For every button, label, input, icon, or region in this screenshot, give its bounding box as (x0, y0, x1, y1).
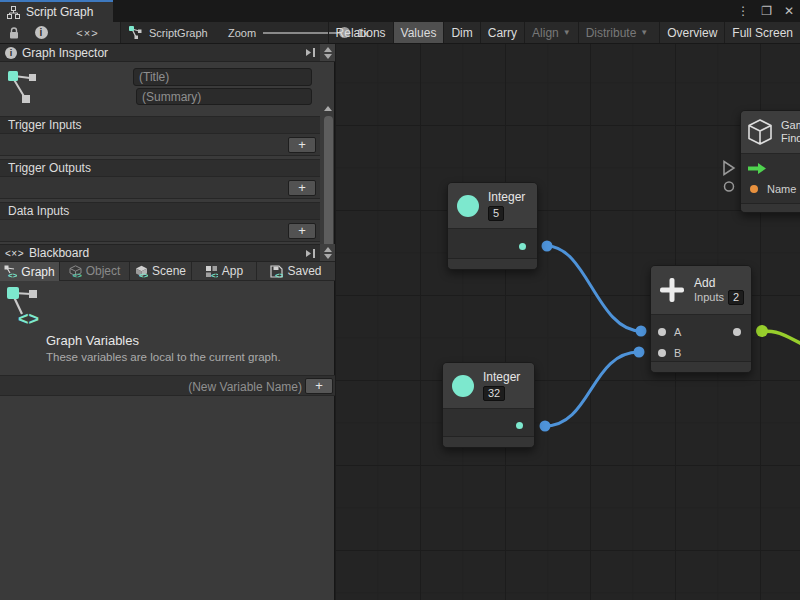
unit-button[interactable]: <×> (55, 22, 121, 43)
add-trigger-output-button[interactable]: + (288, 180, 316, 196)
saved-tab-icon: <> (270, 265, 283, 278)
scrollbar-up-icon[interactable] (324, 106, 332, 111)
tab-scene[interactable]: <> Scene (130, 262, 192, 281)
integer-value-field[interactable]: 32 (483, 386, 505, 401)
section-trigger-inputs: Trigger Inputs (0, 116, 320, 134)
trigger-inputs-row: + (0, 134, 320, 156)
node-gameobject-find[interactable]: Game Object Find Name (740, 110, 800, 213)
node-footer (448, 258, 537, 269)
tab-script-graph[interactable]: Script Graph (0, 0, 113, 22)
output-port-sum[interactable] (733, 328, 741, 336)
graph-variables-icon: <> (7, 285, 41, 327)
blackboard-icon: <×> (5, 248, 24, 259)
add-trigger-input-button[interactable]: + (288, 137, 316, 153)
blackboard-header: <×> Blackboard (0, 244, 320, 262)
blackboard-scroll-stepper[interactable] (320, 244, 335, 262)
node-footer (741, 203, 800, 212)
tab-object[interactable]: <> Object (60, 262, 130, 281)
toolbar-buttons: Relations Values Dim Carry Align ▼ Distr… (328, 22, 800, 43)
carry-button[interactable]: Carry (480, 22, 524, 43)
input-port-b[interactable] (658, 349, 666, 357)
blackboard-dock-button[interactable] (305, 248, 316, 259)
section-data-inputs: Data Inputs (0, 202, 320, 220)
tab-graph[interactable]: <> Graph (0, 262, 60, 281)
add-variable-button[interactable]: + (305, 378, 333, 394)
values-button[interactable]: Values (393, 22, 444, 43)
dock-icon (305, 248, 316, 259)
tab-app[interactable]: <> App (192, 262, 257, 281)
integer-value-field[interactable]: 5 (488, 206, 504, 221)
integer-icon (457, 195, 479, 217)
scroll-down-icon (324, 54, 332, 59)
add-plus-icon (658, 276, 686, 304)
window-menu-icon[interactable]: ⋮ (737, 4, 749, 18)
svg-text:<>: <> (72, 271, 82, 278)
distribute-dropdown[interactable]: Distribute ▼ (578, 22, 656, 43)
overview-button[interactable]: Overview (659, 22, 724, 43)
graph-inspector-header: i Graph Inspector (0, 44, 320, 62)
data-inputs-row: + (0, 220, 320, 242)
lock-icon (8, 26, 20, 40)
inputs-label: Inputs (694, 291, 724, 303)
port-a-label: A (674, 326, 681, 338)
align-dropdown[interactable]: Align ▼ (524, 22, 578, 43)
integer-output-port[interactable] (516, 422, 523, 429)
name-input-port[interactable] (750, 185, 758, 193)
node-add[interactable]: Add Inputs 2 A B (650, 265, 752, 373)
value-port-marker (725, 182, 734, 191)
node-subtitle: Game Object (781, 119, 800, 132)
input-port-a[interactable] (658, 328, 666, 336)
add-data-input-button[interactable]: + (288, 223, 316, 239)
graph-name: ScriptGraph (149, 27, 208, 39)
inputs-count-field[interactable]: 2 (728, 290, 744, 305)
script-graph-icon (7, 6, 20, 19)
port-b-label: B (674, 347, 681, 359)
window-tab-bar: Script Graph ⋮ ❐ ✕ (0, 0, 800, 22)
app-tab-icon: <> (205, 265, 218, 278)
svg-text:<>: <> (275, 270, 283, 278)
scroll-up-icon (324, 247, 332, 252)
zoom-label: Zoom (228, 22, 256, 43)
name-port-label: Name (767, 183, 796, 195)
node-footer (651, 361, 751, 372)
trigger-outputs-row: + (0, 177, 320, 199)
unit-icon: <×> (76, 27, 98, 39)
sidebar: i Graph Inspector Trigger Inputs + Tri (0, 44, 335, 600)
node-integer-32[interactable]: Integer 32 (442, 362, 535, 448)
title-field[interactable] (133, 68, 312, 86)
node-integer-5[interactable]: Integer 5 (447, 182, 538, 270)
window-close-icon[interactable]: ✕ (784, 4, 794, 18)
graph-node-icon (8, 68, 38, 108)
summary-field[interactable] (136, 88, 312, 105)
svg-text:<>: <> (18, 309, 39, 327)
fullscreen-button[interactable]: Full Screen (724, 22, 800, 43)
node-title: Integer (483, 370, 520, 384)
trigger-input-port[interactable] (748, 163, 766, 174)
tab-saved[interactable]: <> Saved (257, 262, 335, 281)
node-title: Integer (488, 190, 525, 204)
relations-button[interactable]: Relations (328, 22, 393, 43)
section-trigger-outputs: Trigger Outputs (0, 159, 320, 177)
inspector-scroll-stepper[interactable] (320, 44, 335, 62)
align-caret-icon: ▼ (563, 28, 571, 37)
node-title: Add (694, 276, 715, 290)
window-maximize-icon[interactable]: ❐ (761, 4, 772, 18)
svg-text:<>: <> (139, 271, 148, 278)
inspector-info-icon: i (5, 47, 17, 59)
info-button[interactable]: i (27, 22, 56, 43)
svg-text:<>: <> (8, 271, 17, 279)
script-graph-window: Script Graph ⋮ ❐ ✕ i <×> (0, 0, 800, 600)
lock-button[interactable] (0, 22, 28, 43)
node-footer (443, 436, 534, 447)
graph-breadcrumb[interactable]: ScriptGraph (128, 22, 208, 43)
graph-canvas[interactable]: Integer 5 Integer 32 (335, 44, 800, 600)
svg-text:<>: <> (211, 271, 218, 278)
inspector-dock-button[interactable] (305, 47, 316, 58)
scene-tab-icon: <> (135, 265, 148, 278)
wire-integer32-to-b (545, 352, 639, 426)
gameobject-cube-icon (747, 118, 773, 146)
new-variable-input[interactable] (6, 377, 304, 396)
integer-output-port[interactable] (519, 243, 526, 250)
dim-button[interactable]: Dim (443, 22, 479, 43)
scroll-up-icon (324, 47, 332, 52)
